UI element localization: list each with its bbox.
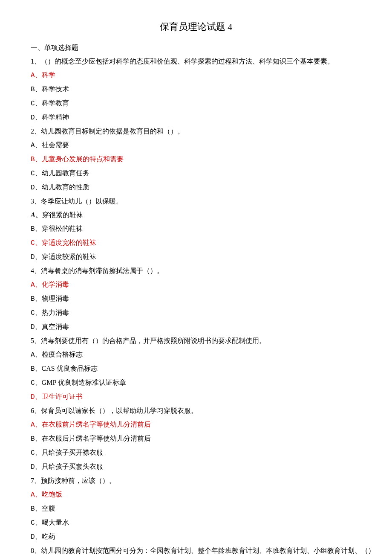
option-letter: B、 (31, 225, 42, 233)
option: A、化学消毒 (17, 278, 375, 292)
question-stem: 5、消毒剂要使用有（）的合格产品，并严格按照所附说明书的要求配制使用。 (17, 334, 375, 348)
option-letter: D、 (31, 463, 42, 471)
question-stem: 2、幼儿园教育目标制定的依据是教育目的和（）。 (17, 125, 375, 138)
option-text: 科学技术 (42, 85, 69, 93)
option-letter: A、 (31, 421, 42, 429)
option: D、真空消毒 (17, 320, 375, 334)
option-text: 穿很紧的鞋袜 (42, 211, 83, 218)
option: C、喝大量水 (17, 516, 375, 530)
option-text: 科学教育 (42, 99, 69, 107)
option: A、科学 (17, 68, 375, 82)
option-text: 卫生许可证书 (42, 393, 83, 400)
option-text: 在衣服前片绣名字等使幼儿分清前后 (42, 421, 151, 428)
option-text: CAS 优良食品标志 (42, 365, 98, 372)
option-text: GMP 优良制造标准认证标章 (42, 379, 126, 386)
option: A、穿很紧的鞋袜 (17, 208, 375, 222)
option-text: 科学 (42, 71, 55, 78)
option: C、幼儿园教育任务 (17, 166, 375, 180)
option: A、社会需要 (17, 138, 375, 152)
option: B、儿童身心发展的特点和需要 (17, 152, 375, 166)
option-letter: A、 (31, 142, 42, 149)
option-letter: B、 (31, 86, 42, 93)
option-text: 空腹 (42, 505, 55, 512)
option-text: 在衣服后片绣名字等使幼儿分清前后 (42, 435, 151, 442)
option-letter: C、 (31, 449, 42, 457)
question-stem: 1、（）的概念至少应包括对科学的态度和价值观、科学探索的过程和方法、科学知识三个… (17, 55, 375, 68)
option-letter: C、 (31, 309, 42, 317)
option-letter: D、 (31, 253, 42, 261)
option-text: 社会需要 (42, 141, 69, 148)
option: D、穿适度较紧的鞋袜 (17, 250, 375, 264)
question-stem: 3、冬季应让幼儿（）以保暖。 (17, 195, 375, 208)
option: C、科学教育 (17, 96, 375, 110)
option-letter: D、 (31, 323, 42, 331)
option-text: 热力消毒 (42, 309, 69, 316)
option-letter: B、 (31, 435, 42, 443)
option-text: 化学消毒 (42, 281, 69, 288)
option: D、幼儿教育的性质 (17, 180, 375, 195)
option-letter: C、 (31, 379, 42, 387)
option: B、科学技术 (17, 82, 375, 96)
option-text: 只给孩子买开襟衣服 (42, 449, 103, 456)
option-text: 只给孩子买套头衣服 (42, 463, 103, 470)
option: A、吃饱饭 (17, 488, 375, 502)
option: A、在衣服前片绣名字等使幼儿分清前后 (17, 418, 375, 432)
option: C、只给孩子买开襟衣服 (17, 446, 375, 460)
option-letter: B、 (31, 365, 42, 373)
option-letter: A、 (31, 72, 42, 79)
option-letter: C、 (31, 519, 42, 527)
option: C、热力消毒 (17, 306, 375, 320)
option-text: 吃饱饭 (42, 491, 62, 498)
option-text: 检疫合格标志 (42, 351, 83, 358)
section-header: 一、单项选择题 (17, 41, 375, 55)
option: C、穿适度宽松的鞋袜 (17, 236, 375, 250)
option-text: 幼儿园教育任务 (42, 169, 89, 177)
option-text: 物理消毒 (42, 295, 69, 302)
option-letter: A、 (31, 491, 42, 499)
question-stem: 6、保育员可以请家长（），以帮助幼儿学习穿脱衣服。 (17, 404, 375, 418)
option: B、物理消毒 (17, 292, 375, 306)
option-text: 真空消毒 (42, 323, 69, 330)
option: D、吃药 (17, 530, 375, 544)
question-stem: 8、幼儿园的教育计划按范围分可分为：全园教育计划、整个年龄班教育计划、本班教育计… (17, 544, 375, 555)
option: B、穿很松的鞋袜 (17, 222, 375, 236)
option-letter: D、 (31, 184, 42, 192)
question-stem: 7、预防接种前，应该（）。 (17, 474, 375, 488)
option: D、科学精神 (17, 110, 375, 125)
option-letter: B、 (31, 156, 42, 163)
option: C、GMP 优良制造标准认证标章 (17, 376, 375, 390)
question-stem: 4、消毒餐桌的消毒剂滞留擦拭法属于（）。 (17, 264, 375, 278)
option-text: 穿很松的鞋袜 (42, 225, 83, 232)
option-letter: A、 (31, 281, 42, 289)
option-letter: B、 (31, 295, 42, 303)
option: D、卫生许可证书 (17, 390, 375, 404)
option-letter: B、 (31, 505, 42, 513)
option-text: 吃药 (42, 533, 55, 540)
page-title: 保育员理论试题 4 (17, 20, 375, 33)
option-letter: C、 (31, 170, 42, 177)
option-text: 儿童身心发展的特点和需要 (42, 155, 124, 163)
option-text: 科学精神 (42, 113, 69, 121)
option-letter: D、 (31, 533, 42, 541)
option: B、CAS 优良食品标志 (17, 362, 375, 376)
option-text: 穿适度宽松的鞋袜 (42, 239, 96, 246)
option-letter: A、 (31, 211, 42, 218)
option-letter: C、 (31, 100, 42, 108)
option: B、在衣服后片绣名字等使幼儿分清前后 (17, 432, 375, 446)
option-text: 穿适度较紧的鞋袜 (42, 253, 96, 260)
option: A、检疫合格标志 (17, 348, 375, 362)
option-letter: C、 (31, 239, 42, 247)
option: B、空腹 (17, 502, 375, 516)
option-letter: D、 (31, 114, 42, 122)
option: D、只给孩子买套头衣服 (17, 460, 375, 474)
option-text: 幼儿教育的性质 (42, 183, 89, 191)
option-letter: D、 (31, 393, 42, 401)
option-text: 喝大量水 (42, 519, 69, 526)
option-letter: A、 (31, 351, 42, 359)
